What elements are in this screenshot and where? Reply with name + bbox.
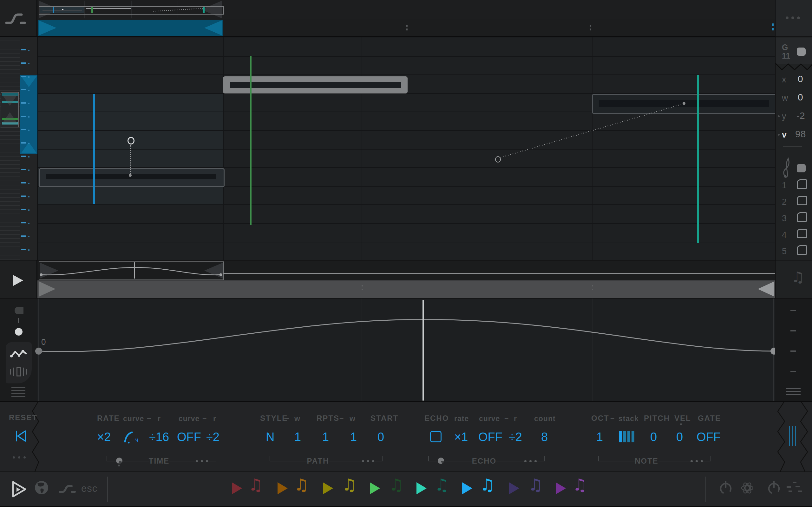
panel-drag-handle[interactable] [789,426,796,446]
lane-menu-icon[interactable] [11,387,26,397]
rate-curve-value[interactable]: ч [124,430,140,445]
echo-enable-checkbox[interactable] [430,431,442,442]
track-8-play-button[interactable] [556,482,566,494]
settings-flower-icon[interactable] [740,481,755,496]
transport-bar[interactable] [38,280,775,298]
track-5-note-icon[interactable]: ♫ [435,476,450,493]
play-mode-button[interactable] [11,481,27,498]
group-cell[interactable]: G11 [775,38,812,64]
vel-value[interactable]: 0 [676,430,683,444]
echo-pie-icon[interactable] [438,458,444,464]
treble-clef-icon[interactable] [782,156,792,179]
esc-button[interactable]: esc [81,483,97,494]
point-mode-button[interactable] [15,328,22,336]
param-label-x[interactable]: x [782,75,786,84]
curve2-r-value[interactable]: ÷2 [206,430,219,444]
echo-more-icon[interactable] [524,460,537,462]
track-4-play-button[interactable] [370,482,380,494]
style-value[interactable]: N [266,430,274,444]
more-options-icon[interactable] [786,16,800,19]
track-1-play-button[interactable] [232,482,242,494]
track-1-note-icon[interactable]: ♫ [248,476,263,493]
loop-range-bar[interactable] [38,20,223,36]
layer-5-label[interactable]: 5 [782,246,786,257]
layer-3-label[interactable]: 3 [782,214,786,223]
layer-5-icon[interactable] [797,245,807,255]
transport-end-handle[interactable] [758,281,774,297]
skip-back-button[interactable] [14,430,27,442]
layer-1-label[interactable]: 1 [782,181,786,190]
pitch-selection-box[interactable] [1,92,19,127]
rpts-value[interactable]: 1 [322,430,329,444]
param-label-w[interactable]: w [782,93,788,103]
layer-4-icon[interactable] [797,229,807,238]
pitch-ruler[interactable] [0,37,20,261]
track-5-play-button[interactable] [416,482,426,494]
music-note-icon[interactable]: ♫ [792,269,804,285]
track-3-play-button[interactable] [323,482,333,494]
rpts-w-value[interactable]: 1 [350,430,357,444]
power-icon[interactable] [719,481,733,495]
layer-2-icon[interactable] [797,196,807,205]
stack-value-icon[interactable] [619,431,635,442]
globe-icon[interactable] [34,481,49,495]
track-6-note-icon[interactable]: ♫ [480,476,495,493]
logo-cell[interactable] [0,0,37,37]
time-more-icon[interactable] [196,460,208,462]
loop-end-handle[interactable] [204,20,222,36]
style-w-value[interactable]: 1 [294,430,301,444]
echo-r-value[interactable]: ÷2 [509,430,522,444]
minimap-overview[interactable] [39,6,224,14]
curve-lane-icon[interactable] [10,349,27,359]
curve-start-point[interactable] [35,348,42,354]
echo-rate-value[interactable]: ×1 [454,430,468,444]
group-active-icon[interactable] [797,48,806,56]
param-value-v[interactable]: 98 [795,129,806,139]
oct-value[interactable]: 1 [596,430,603,444]
start-value[interactable]: 0 [377,430,384,444]
echo-count-value[interactable]: 8 [541,430,548,444]
track-7-note-icon[interactable]: ♫ [528,476,543,493]
bars-lane-icon[interactable] [10,367,27,377]
track-7-play-button[interactable] [509,482,519,494]
edit-handle-circle[interactable] [128,137,135,145]
param-value-x[interactable]: 0 [798,73,803,84]
power-icon-2[interactable] [767,481,781,495]
track-3-note-icon[interactable]: ♫ [342,476,357,493]
param-value-y[interactable]: -2 [797,110,805,121]
transport-start-handle[interactable] [39,281,55,297]
clef-layer-active-icon[interactable] [797,164,806,172]
play-button[interactable] [13,275,23,286]
note-bar[interactable] [39,168,224,187]
curve-menu-icon[interactable] [786,388,801,395]
echo-curve-value[interactable]: OFF [478,430,502,444]
param-value-w[interactable]: 0 [798,92,803,103]
param-label-v[interactable]: v [782,130,786,140]
reset-more-icon[interactable] [13,456,26,458]
layer-1-icon[interactable] [797,179,807,189]
rate-value[interactable]: ×2 [97,430,111,444]
layer-3-icon[interactable] [797,212,807,222]
shape-mode-icon[interactable] [14,307,23,314]
scroll-column[interactable] [20,37,38,261]
gate-value[interactable]: OFF [697,430,721,444]
path-more-icon[interactable] [362,460,374,462]
param-label-y[interactable]: y [782,112,786,121]
track-6-play-button[interactable] [462,482,472,494]
curve2-value[interactable]: OFF [177,430,201,444]
note-more-icon[interactable] [691,460,703,462]
curve-tool-icon[interactable] [58,484,78,494]
track-2-note-icon[interactable]: ♫ [294,476,309,493]
sidebar-header[interactable] [775,0,812,37]
track-8-note-icon[interactable]: ♫ [572,476,588,493]
track-2-play-button[interactable] [277,482,288,494]
curve-overview-box[interactable] [39,262,224,280]
curve1-r-value[interactable]: ÷16 [149,430,169,444]
layer-4-label[interactable]: 4 [782,230,786,240]
time-pie-icon[interactable] [116,458,122,464]
scatter-icon[interactable] [786,482,802,494]
track-4-note-icon[interactable]: ♫ [389,476,404,493]
curve-canvas[interactable]: 0 [38,298,775,401]
note-grid[interactable] [38,37,775,261]
pitch-value[interactable]: 0 [650,430,657,444]
